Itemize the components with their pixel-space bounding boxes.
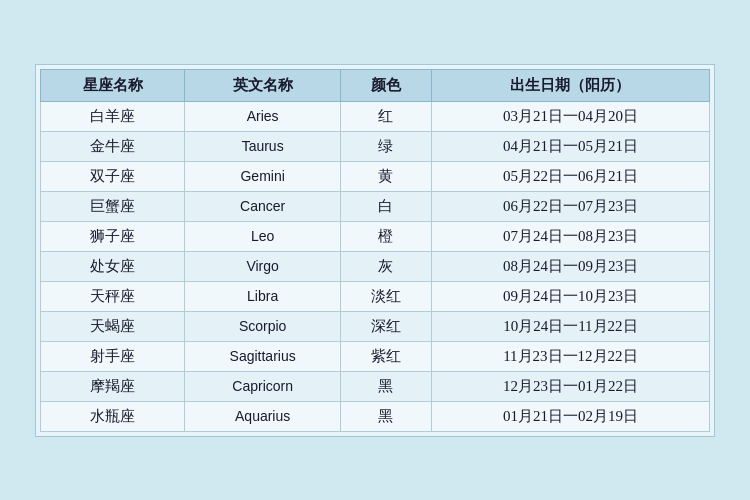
zodiac-table-container: 星座名称 英文名称 颜色 出生日期（阳历） 白羊座Aries红03月21日一04… [35, 64, 715, 437]
table-row: 双子座Gemini黄05月22日一06月21日 [41, 161, 710, 191]
table-row: 水瓶座Aquarius黑01月21日一02月19日 [41, 401, 710, 431]
header-dates: 出生日期（阳历） [431, 69, 709, 101]
cell-dates: 07月24日一08月23日 [431, 221, 709, 251]
zodiac-table: 星座名称 英文名称 颜色 出生日期（阳历） 白羊座Aries红03月21日一04… [40, 69, 710, 432]
cell-color: 灰 [340, 251, 431, 281]
header-chinese-name: 星座名称 [41, 69, 185, 101]
cell-chinese-name: 双子座 [41, 161, 185, 191]
cell-english-name: Cancer [185, 191, 340, 221]
cell-color: 淡红 [340, 281, 431, 311]
cell-color: 紫红 [340, 341, 431, 371]
cell-color: 黑 [340, 401, 431, 431]
cell-chinese-name: 水瓶座 [41, 401, 185, 431]
cell-english-name: Taurus [185, 131, 340, 161]
cell-dates: 08月24日一09月23日 [431, 251, 709, 281]
cell-english-name: Libra [185, 281, 340, 311]
cell-chinese-name: 天蝎座 [41, 311, 185, 341]
cell-chinese-name: 处女座 [41, 251, 185, 281]
cell-english-name: Capricorn [185, 371, 340, 401]
cell-chinese-name: 巨蟹座 [41, 191, 185, 221]
cell-dates: 09月24日一10月23日 [431, 281, 709, 311]
cell-chinese-name: 白羊座 [41, 101, 185, 131]
table-row: 巨蟹座Cancer白06月22日一07月23日 [41, 191, 710, 221]
cell-english-name: Virgo [185, 251, 340, 281]
cell-english-name: Scorpio [185, 311, 340, 341]
cell-english-name: Aries [185, 101, 340, 131]
cell-dates: 10月24日一11月22日 [431, 311, 709, 341]
header-english-name: 英文名称 [185, 69, 340, 101]
cell-dates: 05月22日一06月21日 [431, 161, 709, 191]
table-row: 狮子座Leo橙07月24日一08月23日 [41, 221, 710, 251]
cell-dates: 04月21日一05月21日 [431, 131, 709, 161]
cell-english-name: Aquarius [185, 401, 340, 431]
cell-english-name: Gemini [185, 161, 340, 191]
header-color: 颜色 [340, 69, 431, 101]
cell-color: 白 [340, 191, 431, 221]
cell-dates: 11月23日一12月22日 [431, 341, 709, 371]
table-row: 白羊座Aries红03月21日一04月20日 [41, 101, 710, 131]
cell-color: 黑 [340, 371, 431, 401]
table-row: 金牛座Taurus绿04月21日一05月21日 [41, 131, 710, 161]
cell-chinese-name: 狮子座 [41, 221, 185, 251]
table-row: 处女座Virgo灰08月24日一09月23日 [41, 251, 710, 281]
cell-color: 红 [340, 101, 431, 131]
cell-color: 深红 [340, 311, 431, 341]
cell-color: 橙 [340, 221, 431, 251]
cell-color: 黄 [340, 161, 431, 191]
table-header-row: 星座名称 英文名称 颜色 出生日期（阳历） [41, 69, 710, 101]
cell-dates: 06月22日一07月23日 [431, 191, 709, 221]
cell-color: 绿 [340, 131, 431, 161]
cell-dates: 12月23日一01月22日 [431, 371, 709, 401]
table-body: 白羊座Aries红03月21日一04月20日金牛座Taurus绿04月21日一0… [41, 101, 710, 431]
table-row: 天蝎座Scorpio深红10月24日一11月22日 [41, 311, 710, 341]
cell-dates: 03月21日一04月20日 [431, 101, 709, 131]
cell-english-name: Leo [185, 221, 340, 251]
cell-english-name: Sagittarius [185, 341, 340, 371]
table-row: 射手座Sagittarius紫红11月23日一12月22日 [41, 341, 710, 371]
table-row: 摩羯座Capricorn黑12月23日一01月22日 [41, 371, 710, 401]
cell-dates: 01月21日一02月19日 [431, 401, 709, 431]
table-row: 天秤座Libra淡红09月24日一10月23日 [41, 281, 710, 311]
cell-chinese-name: 摩羯座 [41, 371, 185, 401]
cell-chinese-name: 射手座 [41, 341, 185, 371]
cell-chinese-name: 金牛座 [41, 131, 185, 161]
cell-chinese-name: 天秤座 [41, 281, 185, 311]
